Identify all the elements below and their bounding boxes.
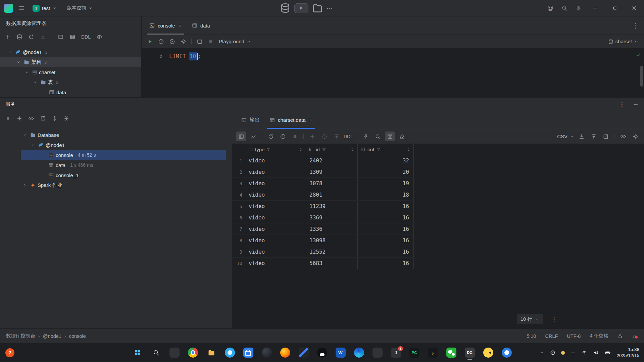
tree-item-node1[interactable]: @node1 3 xyxy=(0,47,141,57)
project-folder-icon[interactable] xyxy=(312,0,323,16)
breadcrumb-item[interactable]: @node1 xyxy=(35,333,61,339)
cell[interactable]: video xyxy=(245,166,306,177)
chevron-down-icon[interactable] xyxy=(7,49,13,55)
grid-row[interactable]: 5video1123916 xyxy=(232,201,414,212)
chevron-down-icon[interactable] xyxy=(32,79,39,86)
grid-row[interactable]: 1video240232 xyxy=(232,155,414,166)
cell[interactable]: 11239 xyxy=(306,201,358,212)
clear-button[interactable] xyxy=(397,132,407,141)
taskbar-app-dark-1[interactable] xyxy=(169,348,180,358)
upload-button[interactable] xyxy=(589,132,598,141)
cell[interactable]: 3369 xyxy=(306,212,358,223)
search-everywhere-button[interactable] xyxy=(557,0,572,16)
taskbar-app-explorer[interactable] xyxy=(206,348,216,358)
export-format-selector[interactable]: CSV xyxy=(557,134,574,139)
settings-button[interactable] xyxy=(572,0,586,16)
readonly-lock-icon[interactable] xyxy=(617,333,623,339)
open-in-editor-icon[interactable] xyxy=(197,39,203,45)
open-table-icon[interactable] xyxy=(69,34,76,40)
revert-button[interactable] xyxy=(319,132,329,141)
cell[interactable]: 16 xyxy=(358,201,414,212)
taskbar-app-edge[interactable] xyxy=(354,348,364,358)
tree-item-data-table[interactable]: data xyxy=(0,87,141,97)
grid-row[interactable]: 8video1309816 xyxy=(232,235,414,246)
cell[interactable]: video xyxy=(245,246,306,257)
notifications-bell-icon[interactable] xyxy=(632,333,638,339)
cell[interactable]: 16 xyxy=(358,235,414,246)
grid-row[interactable]: 6video336916 xyxy=(232,212,414,223)
sort-icon[interactable] xyxy=(298,147,303,152)
taskbar-app-blue-stripe[interactable] xyxy=(299,348,309,358)
add-row-button[interactable] xyxy=(307,132,317,141)
service-item-console[interactable]: console 4 m 52 s xyxy=(0,150,232,160)
chevron-right-icon[interactable] xyxy=(21,182,28,189)
taskbar-app-firefox[interactable] xyxy=(280,348,290,358)
project-selector[interactable]: T test xyxy=(30,3,60,13)
cell[interactable]: 20 xyxy=(358,166,414,177)
breadcrumb-item[interactable]: console xyxy=(61,333,86,339)
taskbar-app-browser-blue[interactable] xyxy=(225,348,235,358)
tree-item-schemas[interactable]: 架构 3 xyxy=(0,57,141,67)
add-service-icon[interactable] xyxy=(16,115,22,121)
editor-scrollbar[interactable] xyxy=(640,66,643,87)
battery-icon[interactable] xyxy=(605,350,611,356)
window-minimize-button[interactable] xyxy=(586,0,605,16)
run-widget[interactable] xyxy=(294,3,308,13)
taskbar-app-music[interactable]: ♪ xyxy=(428,348,438,358)
volume-icon[interactable] xyxy=(593,350,599,356)
service-item-node1[interactable]: @node1 xyxy=(0,140,232,150)
cell[interactable]: 16 xyxy=(358,223,414,235)
open-each-in-new-tab-icon[interactable] xyxy=(40,115,46,121)
cell[interactable]: 3078 xyxy=(306,178,358,189)
line-separator[interactable]: CRLF xyxy=(545,333,558,339)
pin-tab-button[interactable] xyxy=(361,132,370,141)
table-view-button[interactable] xyxy=(236,132,246,141)
taskbar-app-yellow[interactable] xyxy=(483,348,493,358)
cell[interactable]: video xyxy=(245,201,306,212)
service-item-database[interactable]: Database xyxy=(0,130,232,140)
filter-icon[interactable] xyxy=(322,147,326,152)
column-header-id[interactable]: id xyxy=(306,144,358,155)
expand-all-icon[interactable] xyxy=(52,115,58,121)
tab-data[interactable]: data xyxy=(187,16,215,35)
view-options-button[interactable] xyxy=(385,132,395,141)
session-selector[interactable]: charset xyxy=(608,39,639,44)
taskbar-app-qq[interactable] xyxy=(317,348,327,358)
submit-button[interactable] xyxy=(332,132,341,141)
grid-row[interactable]: 4video280118 xyxy=(232,189,414,201)
preview-button[interactable] xyxy=(618,132,628,141)
service-item-data[interactable]: data 1 s 466 ms xyxy=(0,160,232,170)
taskbar-app-wechat[interactable] xyxy=(446,348,456,358)
settings-icon[interactable] xyxy=(180,39,186,45)
history-icon[interactable] xyxy=(158,39,164,45)
vcs-widget[interactable]: 版本控制 xyxy=(64,4,96,12)
code-line[interactable]: LIMIT10; xyxy=(169,51,201,62)
taskbar-app-pycharm[interactable]: PC xyxy=(409,348,419,358)
service-item-spark[interactable]: Spark 作业 xyxy=(0,180,232,190)
cell[interactable]: 1336 xyxy=(306,223,358,235)
taskbar-app-compass[interactable] xyxy=(502,348,512,358)
cell[interactable]: video xyxy=(245,223,306,235)
stop-icon[interactable] xyxy=(5,116,11,121)
taskbar-app-chrome[interactable] xyxy=(188,348,198,358)
service-item-console1[interactable]: console_1 xyxy=(0,170,232,180)
breadcrumb-item[interactable]: 数据库控制台 xyxy=(6,333,35,339)
chart-view-button[interactable] xyxy=(248,132,258,141)
tray-app-icon[interactable] xyxy=(561,351,565,355)
cell[interactable]: 19 xyxy=(358,178,414,189)
taskbar-widget-badge[interactable]: 2 xyxy=(5,348,14,357)
ai-assistant-button[interactable]: @ xyxy=(543,0,557,16)
window-close-button[interactable] xyxy=(625,0,644,16)
main-menu-button[interactable] xyxy=(18,4,25,12)
cell[interactable]: 16 xyxy=(358,246,414,257)
grid-settings-button[interactable] xyxy=(630,132,640,141)
ddl-button[interactable]: DDL xyxy=(344,134,353,139)
cell[interactable]: 16 xyxy=(358,212,414,223)
chevron-down-icon[interactable] xyxy=(21,132,28,138)
cell[interactable]: 13098 xyxy=(306,235,358,246)
taskbar-app-dark-2[interactable] xyxy=(373,348,383,358)
taskbar-clock[interactable]: 15:38 2025/12/15 xyxy=(616,347,639,358)
pagination-options-button[interactable]: ⋮ xyxy=(551,316,557,322)
file-encoding[interactable]: UTF-8 xyxy=(567,333,581,339)
chevron-down-icon[interactable] xyxy=(15,59,22,65)
